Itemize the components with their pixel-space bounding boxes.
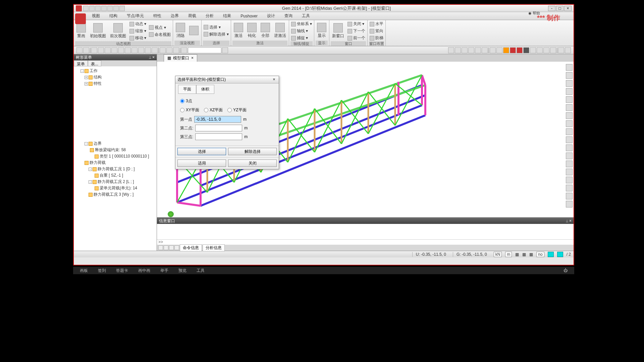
- display-button[interactable]: 显示: [316, 22, 328, 39]
- tb-btn[interactable]: [475, 47, 481, 53]
- select-button[interactable]: 选择 ▾: [203, 24, 229, 31]
- nav-next-icon[interactable]: [169, 245, 174, 250]
- menu-pushover[interactable]: Pushover: [236, 12, 262, 20]
- tree-node[interactable]: 静力荷载工况 2 [L ; ]: [98, 179, 134, 184]
- prevwin-button[interactable]: 前一个: [347, 35, 366, 41]
- prevview-button[interactable]: 前次视图: [109, 22, 127, 40]
- newwin-button[interactable]: 新窗口: [331, 22, 345, 40]
- vert-button[interactable]: 竖向: [369, 28, 384, 34]
- bb-hand[interactable]: 举手: [160, 268, 168, 274]
- select-button[interactable]: 选择: [177, 148, 226, 155]
- zoom-button[interactable]: 缩放 ▾: [129, 28, 147, 34]
- horiz-button[interactable]: 水平: [369, 21, 384, 27]
- menu-query[interactable]: 查询: [280, 12, 297, 20]
- model-viewport[interactable]: 选择平面和空间-(模型窗口) × 平面 体积 3点 XY平面 XZ平面 YZ平面: [157, 62, 574, 217]
- radio-xz[interactable]: XZ平面: [204, 106, 223, 114]
- sb-btn[interactable]: ▦: [529, 252, 533, 257]
- tree-node[interactable]: 静力荷载工况 1 [D ; ]: [98, 167, 135, 171]
- menu-structure[interactable]: 结构: [105, 12, 122, 20]
- unselect-button[interactable]: 解除选择 ▾: [203, 31, 229, 38]
- menu-analysis[interactable]: 分析: [201, 12, 218, 20]
- tab-analysis[interactable]: 分析信息: [203, 244, 225, 251]
- rt-btn[interactable]: [566, 104, 573, 111]
- apply-button[interactable]: 适用: [177, 160, 226, 167]
- snap-toggle[interactable]: [557, 252, 563, 257]
- menu-property[interactable]: 特性: [149, 12, 166, 20]
- tb-btn[interactable]: [482, 47, 488, 53]
- tb-btn[interactable]: [145, 47, 151, 53]
- closewin-button[interactable]: 关闭 ▾: [347, 21, 366, 27]
- qat-button[interactable]: [89, 6, 95, 11]
- tb-btn[interactable]: [222, 47, 228, 53]
- rt-btn[interactable]: [566, 177, 573, 183]
- rt-btn[interactable]: [566, 120, 573, 127]
- tree-node[interactable]: 静力荷载工况 3 [Wy ; ]: [94, 192, 133, 197]
- unit-m[interactable]: m: [505, 252, 512, 257]
- tree-node[interactable]: 自重 [ SZ,-1 ]: [100, 173, 123, 178]
- bb-pip[interactable]: 画中画: [138, 268, 150, 274]
- tb-btn[interactable]: [496, 47, 502, 53]
- tb-btn[interactable]: [105, 47, 111, 53]
- tree-node[interactable]: 梁单元荷载(单元): 14: [100, 186, 137, 190]
- deactivate-button[interactable]: 钝化: [246, 22, 258, 39]
- bb-tools[interactable]: 工具: [197, 268, 205, 274]
- bb-signin[interactable]: 签到: [98, 268, 106, 274]
- rt-btn[interactable]: [566, 64, 573, 71]
- menu-load[interactable]: 荷载: [183, 12, 201, 20]
- tab-volume[interactable]: 体积: [196, 85, 214, 94]
- minimize-button[interactable]: -: [548, 6, 555, 11]
- grid-button[interactable]: 轴线 ▾: [290, 28, 313, 34]
- undo-button[interactable]: [76, 47, 83, 53]
- redraw-button[interactable]: 重画: [75, 22, 87, 40]
- tb-btn[interactable]: [125, 47, 131, 53]
- all-button[interactable]: 全部: [259, 22, 271, 39]
- tree-tab-table[interactable]: 表...: [88, 60, 101, 66]
- input-point2[interactable]: [195, 125, 242, 131]
- tree-node[interactable]: 工作: [90, 68, 98, 73]
- menu-tools[interactable]: 工具: [297, 12, 315, 20]
- tree-node[interactable]: 类型 1 [ 0000110 0000110 ]: [100, 154, 149, 159]
- maximize-button[interactable]: □: [556, 6, 564, 11]
- rt-btn[interactable]: [566, 153, 573, 159]
- activate-button[interactable]: 激活: [232, 22, 245, 39]
- nav-prev-icon[interactable]: [164, 245, 168, 250]
- dialog-close-icon[interactable]: ×: [271, 77, 277, 82]
- rt-btn[interactable]: [566, 201, 573, 207]
- tb-btn[interactable]: [468, 47, 474, 53]
- bb-quiz[interactable]: 答题卡: [116, 268, 128, 274]
- rt-btn[interactable]: [566, 185, 573, 191]
- unselect-button[interactable]: 解除选择: [228, 148, 277, 155]
- close-button[interactable]: 关闭: [228, 160, 277, 167]
- inverse-button[interactable]: 逆激活: [273, 22, 287, 39]
- tree-node[interactable]: 结构: [94, 75, 102, 79]
- rt-btn[interactable]: [566, 112, 573, 119]
- tree-node[interactable]: 释放梁端约束: 58: [95, 147, 126, 152]
- rt-btn[interactable]: [566, 161, 573, 167]
- dynamic-button[interactable]: 动态 ▾: [129, 21, 147, 27]
- redo-button[interactable]: [83, 47, 89, 53]
- viewpoint-button[interactable]: 视点 ▾: [148, 24, 171, 31]
- pin-icon[interactable]: ⟂ ×: [149, 55, 155, 60]
- tb-btn[interactable]: [152, 47, 158, 53]
- power-icon[interactable]: ⏻: [564, 268, 568, 273]
- qat-button[interactable]: [119, 6, 125, 11]
- radio-yz[interactable]: YZ平面: [227, 106, 246, 114]
- initview-button[interactable]: 初始视图: [89, 22, 107, 40]
- unit-kn[interactable]: kN: [494, 252, 502, 257]
- tab-command[interactable]: 命令信息: [180, 244, 202, 251]
- cascade-button[interactable]: 阶梯: [369, 35, 384, 41]
- close-tab-icon[interactable]: ×: [191, 56, 194, 60]
- nav-last-icon[interactable]: [174, 245, 179, 250]
- ribbon-logo-icon[interactable]: [75, 13, 86, 24]
- tree-tab-menu[interactable]: 菜单: [74, 60, 88, 66]
- bb-board[interactable]: 画板: [80, 268, 88, 274]
- hidden-button[interactable]: 消隐: [174, 22, 186, 39]
- tree-node[interactable]: 边界: [94, 141, 102, 146]
- tb-btn[interactable]: [448, 47, 454, 53]
- tb-btn[interactable]: [523, 47, 529, 53]
- radio-3point[interactable]: 3点: [180, 97, 274, 105]
- menu-view[interactable]: 视图: [87, 12, 105, 20]
- tb-btn[interactable]: [118, 47, 124, 53]
- pan-button[interactable]: 移动 ▾: [129, 35, 147, 41]
- rt-btn[interactable]: [566, 169, 573, 175]
